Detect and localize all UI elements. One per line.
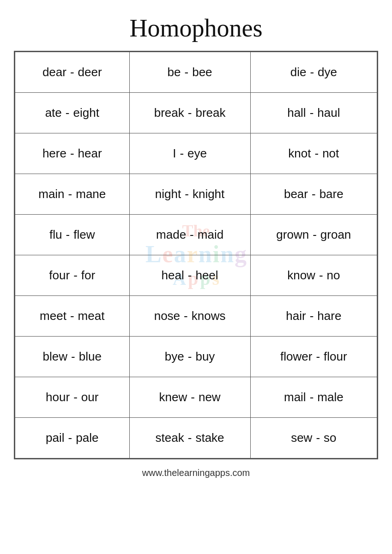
word2: haul <box>317 106 340 120</box>
word2: groan <box>320 228 351 242</box>
word1: blew <box>43 349 67 364</box>
homophone-cell: made-maid <box>129 215 250 255</box>
word1: pail <box>46 431 64 445</box>
homophone-cell: meet-meat <box>15 296 130 337</box>
word2: pale <box>76 431 98 445</box>
word1: heal <box>162 268 184 283</box>
dash-separator: - <box>184 309 188 323</box>
homophone-cell: night-knight <box>129 174 250 215</box>
dash-separator: - <box>180 146 184 161</box>
word1: knot <box>288 146 311 161</box>
word1: hair <box>286 309 306 323</box>
homophone-cell: hall-haul <box>250 93 377 133</box>
word1: bye <box>165 349 184 364</box>
word1: flower <box>280 349 312 364</box>
word2: maid <box>198 228 223 242</box>
homophone-cell: blew-blue <box>15 337 130 377</box>
dash-separator: - <box>188 268 192 283</box>
homophone-cell: break-break <box>129 93 250 133</box>
word2: buy <box>195 349 215 364</box>
table-row: here-hearI-eyeknot-not <box>15 133 377 174</box>
word2: for <box>81 268 95 283</box>
homophone-cell: here-hear <box>15 133 130 174</box>
homophone-cell: knot-not <box>250 133 377 174</box>
table-row: pail-palesteak-stakesew-so <box>15 418 377 458</box>
word1: four <box>49 268 70 283</box>
word1: grown <box>276 228 309 242</box>
dash-separator: - <box>310 106 314 120</box>
dash-separator: - <box>190 228 194 242</box>
word1: nose <box>154 309 180 323</box>
footer-url: www.thelearningapps.com <box>142 468 250 478</box>
word2: so <box>324 431 336 445</box>
word2: knows <box>192 309 226 323</box>
word1: be <box>168 65 181 79</box>
word1: hour <box>46 390 70 404</box>
dash-separator: - <box>310 390 314 404</box>
homophone-cell: nose-knows <box>129 296 250 337</box>
homophone-cell: knew-new <box>129 377 250 418</box>
homophone-cell: die-dye <box>250 52 377 93</box>
word1: made <box>156 228 186 242</box>
dash-separator: - <box>71 349 75 364</box>
dash-separator: - <box>66 106 70 120</box>
dash-separator: - <box>310 65 314 79</box>
word2: eye <box>187 146 207 161</box>
word1: mail <box>284 390 306 404</box>
word2: break <box>195 106 225 120</box>
table-row: four-forheal-heelknow-no <box>15 255 377 296</box>
word2: flour <box>324 349 347 364</box>
dash-separator: - <box>70 65 74 79</box>
dash-separator: - <box>185 65 189 79</box>
dash-separator: - <box>191 390 195 404</box>
dash-separator: - <box>188 431 192 445</box>
word2: bee <box>192 65 212 79</box>
word2: new <box>199 390 221 404</box>
word2: heel <box>195 268 218 283</box>
word1: meet <box>40 309 66 323</box>
word2: deer <box>78 65 102 79</box>
homophone-cell: main-mane <box>15 174 130 215</box>
word2: hare <box>317 309 341 323</box>
word2: our <box>81 390 99 404</box>
word1: break <box>154 106 184 120</box>
word1: here <box>42 146 66 161</box>
word2: hear <box>78 146 102 161</box>
word1: dear <box>42 65 66 79</box>
dash-separator: - <box>314 146 319 161</box>
homophone-cell: dear-deer <box>15 52 130 93</box>
table-row: ate-eightbreak-breakhall-haul <box>15 93 377 133</box>
table-wrapper: The L e a r n i n g A p p s dear-deerbe-… <box>14 51 378 459</box>
word2: no <box>327 268 340 283</box>
word1: sew <box>291 431 312 445</box>
dash-separator: - <box>70 309 74 323</box>
word2: male <box>317 390 343 404</box>
word1: night <box>155 187 181 201</box>
homophone-cell: hair-hare <box>250 296 377 337</box>
dash-separator: - <box>70 146 74 161</box>
homophone-cell: bye-buy <box>129 337 250 377</box>
word2: bare <box>320 187 344 201</box>
table-row: blew-bluebye-buyflower-flour <box>15 337 377 377</box>
table-row: flu-flewmade-maidgrown-groan <box>15 215 377 255</box>
word1: know <box>287 268 315 283</box>
dash-separator: - <box>73 268 78 283</box>
word1: die <box>290 65 307 79</box>
dash-separator: - <box>188 106 192 120</box>
table-row: hour-ourknew-newmail-male <box>15 377 377 418</box>
dash-separator: - <box>73 390 78 404</box>
dash-separator: - <box>319 268 323 283</box>
homophone-cell: grown-groan <box>250 215 377 255</box>
homophone-cell: be-bee <box>129 52 250 93</box>
word1: main <box>38 187 64 201</box>
homophone-cell: flu-flew <box>15 215 130 255</box>
dash-separator: - <box>313 228 317 242</box>
dash-separator: - <box>188 349 192 364</box>
word2: meat <box>78 309 105 323</box>
homophone-cell: pail-pale <box>15 418 130 458</box>
homophone-cell: flower-flour <box>250 337 377 377</box>
homophone-cell: ate-eight <box>15 93 130 133</box>
table-row: main-manenight-knightbear-bare <box>15 174 377 215</box>
homophone-cell: mail-male <box>250 377 377 418</box>
word2: not <box>322 146 339 161</box>
